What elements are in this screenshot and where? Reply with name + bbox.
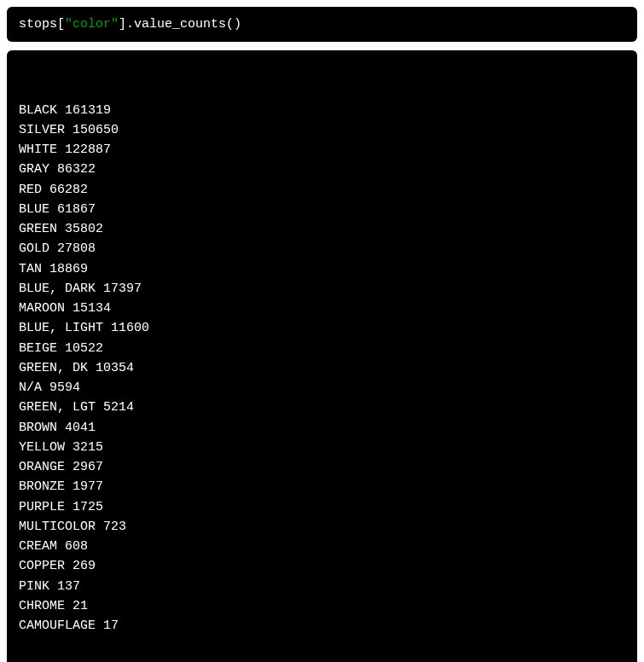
output-row: MULTICOLOR 723 <box>19 517 625 537</box>
code-input-cell[interactable]: stops["color"].value_counts() <box>7 7 637 42</box>
output-row: SILVER 150650 <box>19 120 625 140</box>
output-row: COPPER 269 <box>19 556 625 576</box>
watermark: AAA教育 <box>536 656 629 662</box>
output-row: CAMOUFLAGE 17 <box>19 616 625 636</box>
output-row: BEIGE 10522 <box>19 339 625 358</box>
output-row: BLACK 161319 <box>19 101 625 120</box>
code-token-open-bracket: [ <box>57 17 65 32</box>
output-row: ORANGE 2967 <box>19 457 625 477</box>
code-token-dot: . <box>126 17 134 32</box>
output-row: RED 66282 <box>19 180 625 200</box>
code-token-parens: () <box>226 17 241 32</box>
output-row: WHITE 122887 <box>19 140 625 160</box>
code-output-cell: BLACK 161319SILVER 150650WHITE 122887GRA… <box>7 50 637 662</box>
code-token-method: value_counts <box>134 17 226 32</box>
output-row: GREEN, LGT 5214 <box>19 398 625 417</box>
output-row: BLUE 61867 <box>19 200 625 219</box>
output-row: BRONZE 1977 <box>19 477 625 496</box>
code-token-close-bracket: ] <box>119 17 126 32</box>
code-token-variable: stops <box>19 17 57 32</box>
code-token-string: "color" <box>65 17 119 32</box>
output-row: PINK 137 <box>19 577 625 596</box>
output-row: CREAM 608 <box>19 537 625 556</box>
output-row: N/A 9594 <box>19 378 625 398</box>
output-row: GRAY 86322 <box>19 160 625 179</box>
output-row: TAN 18869 <box>19 259 625 279</box>
output-row: MAROON 15134 <box>19 299 625 318</box>
output-rows-container: BLACK 161319SILVER 150650WHITE 122887GRA… <box>19 101 625 636</box>
output-row: BLUE, DARK 17397 <box>19 279 625 299</box>
output-row: CHROME 21 <box>19 596 625 616</box>
output-row: GOLD 27808 <box>19 239 625 258</box>
code-line: stops["color"].value_counts() <box>19 15 625 33</box>
output-row: YELLOW 3215 <box>19 438 625 457</box>
output-row: GREEN 35802 <box>19 219 625 239</box>
output-row: GREEN, DK 10354 <box>19 358 625 378</box>
output-row: BLUE, LIGHT 11600 <box>19 318 625 338</box>
output-row: PURPLE 1725 <box>19 497 625 517</box>
output-row: BROWN 4041 <box>19 418 625 438</box>
